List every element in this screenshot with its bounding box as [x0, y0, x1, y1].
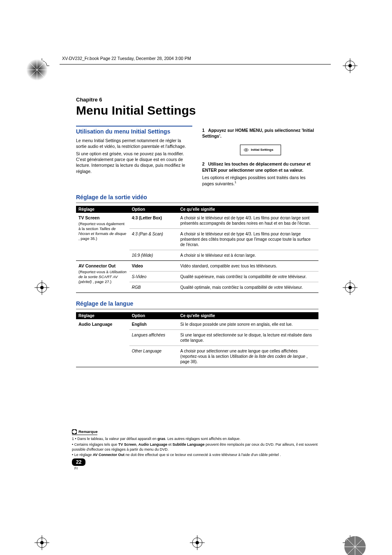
section-rule	[76, 202, 318, 203]
initial-settings-label: Initial Settings	[251, 148, 274, 152]
footnote-label: Remarque	[78, 429, 97, 434]
step-1: 1 Appuyez sur HOME MENU, puis sélectionn…	[202, 127, 318, 139]
step-1-number: 1	[202, 128, 205, 133]
footnote-header: Remarque	[72, 429, 97, 435]
option-desc: Si le disque possède une piste sonore en…	[178, 319, 318, 330]
col-header-signifie: Ce qu'elle signifie	[178, 312, 318, 319]
option-desc: Qualité optimale, mais contrôlez la comp…	[178, 282, 318, 292]
page-language: Fr	[74, 466, 85, 470]
intro-paragraph-1: Le menu Initial Settings permet notammen…	[76, 138, 192, 149]
option-169-wide: 16:9 (Wide)	[132, 253, 153, 258]
col-header-reglage: Réglage	[76, 206, 129, 213]
print-radial-bottom-right	[343, 534, 367, 555]
svg-point-39	[245, 150, 247, 151]
col-header-option: Option	[129, 312, 178, 319]
print-mark-top-right	[342, 58, 358, 74]
group-tv-screen-sub: (Reportez-vous également à la section Ta…	[78, 221, 127, 241]
svg-point-19	[40, 286, 44, 289]
section-heading-language: Réglage de la langue	[76, 300, 318, 308]
initial-settings-menu-icon: Initial Settings	[240, 145, 281, 155]
group-tv-screen: TV Screen	[78, 215, 127, 221]
print-mark-bottom-center	[189, 534, 205, 551]
note-icon	[72, 429, 77, 434]
print-radial-top-left	[25, 58, 49, 82]
option-desc: Vidéo standard, compatible avec tous les…	[178, 260, 318, 271]
step-1-text: Appuyez sur HOME MENU, puis sélectionnez…	[202, 128, 314, 138]
svg-point-7	[348, 64, 352, 67]
svg-point-11	[40, 541, 44, 544]
table-header-row: Réglage Option Ce qu'elle signifie	[76, 206, 318, 213]
step-2-text: Utilisez les touches de déplacement du c…	[202, 161, 311, 172]
option-svideo: S-Video	[132, 274, 146, 279]
option-langues-affichees: Langues affichées	[132, 333, 165, 337]
option-english: English	[132, 322, 147, 327]
svg-point-27	[196, 541, 199, 544]
option-desc: A choisir si le téléviseur est de type 4…	[178, 213, 318, 229]
footnote-ref-1: 1	[235, 180, 236, 184]
page-meta-header: XV-DV232_Fr.book Page 22 Tuesday, Decemb…	[60, 64, 331, 64]
option-video: Video	[132, 264, 143, 268]
page-number-badge: 22 Fr	[72, 458, 85, 470]
svg-point-23	[348, 286, 352, 289]
option-43-letterbox: 4:3 (Letter Box)	[132, 216, 162, 220]
svg-point-38	[244, 149, 248, 151]
section-heading-initial-settings: Utilisation du menu Initial Settings	[76, 126, 192, 135]
table-row: Audio Language English Si le disque poss…	[76, 319, 318, 330]
option-desc: Qualité supérieure, mais contrôlez la co…	[178, 271, 318, 282]
section-rule	[76, 309, 318, 310]
page-number: 22	[72, 458, 85, 466]
step-2-note-text: Les options et réglages possibles sont t…	[202, 175, 306, 186]
footnote-line-2: • Certains réglages tels que TV Screen, …	[72, 442, 318, 452]
option-other-language: Other Language	[132, 349, 161, 353]
table-row: TV Screen (Reportez-vous également à la …	[76, 213, 318, 229]
group-av-connector: AV Connector Out	[78, 263, 127, 269]
print-mark-mid-right	[342, 279, 358, 296]
table-row: AV Connector Out (Reportez-vous à Utilis…	[76, 260, 318, 271]
right-column: 1 Appuyez sur HOME MENU, puis sélectionn…	[202, 126, 318, 187]
print-mark-mid-left	[34, 279, 50, 296]
page-meta-text: XV-DV232_Fr.book Page 22 Tuesday, Decemb…	[60, 56, 331, 61]
page-title: Menu Initial Settings	[76, 104, 318, 117]
footnote-block: Remarque 1 • Dans le tableau, la valeur …	[72, 429, 318, 458]
left-column: Utilisation du menu Initial Settings Le …	[76, 126, 192, 187]
footnote-line-3: • Le réglage AV Connector Out ne doit êt…	[72, 453, 318, 458]
option-43-panscan: 4:3 (Pan & Scan)	[132, 232, 163, 236]
step-2: 2 Utilisez les touches de déplacement du…	[202, 161, 318, 173]
print-mark-bottom-left	[34, 534, 50, 551]
step-2-number: 2	[202, 161, 205, 166]
option-desc: A choisir pour sélectionner une autre la…	[178, 345, 318, 367]
col-header-option: Option	[129, 206, 178, 213]
section-heading-video: Réglage de la sortie vidéo	[76, 194, 318, 201]
col-header-reglage: Réglage	[76, 312, 129, 319]
disc-icon	[244, 147, 249, 152]
table-header-row: Réglage Option Ce qu'elle signifie	[76, 312, 318, 319]
option-desc: A choisir si le téléviseur est de type 4…	[178, 228, 318, 250]
intro-paragraph-2: Si une option est grisée, vous ne pouvez…	[76, 151, 192, 174]
option-rgb: RGB	[132, 285, 141, 290]
group-audio-language: Audio Language	[78, 322, 127, 327]
step-2-note: Les options et réglages possibles sont t…	[202, 175, 318, 187]
option-desc: Si une langue est sélectionnée sur le di…	[178, 329, 318, 345]
option-desc: A choisir si le téléviseur est à écran l…	[178, 250, 318, 260]
video-settings-table: Réglage Option Ce qu'elle signifie TV Sc…	[76, 206, 318, 293]
col-header-signifie: Ce qu'elle signifie	[178, 206, 318, 213]
footnote-line-1: 1 • Dans le tableau, la valeur par défau…	[72, 437, 318, 442]
group-av-connector-sub: (Reportez-vous à Utilisation de la sorti…	[78, 269, 127, 284]
chapter-label: Chapitre 6	[76, 97, 318, 103]
language-settings-table: Réglage Option Ce qu'elle signifie Audio…	[76, 312, 318, 367]
